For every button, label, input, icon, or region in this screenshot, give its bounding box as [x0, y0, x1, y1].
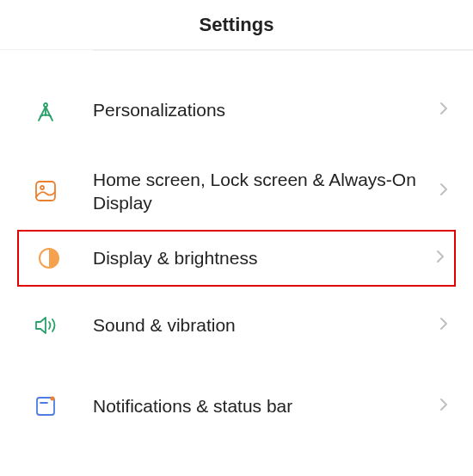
settings-item-label: Personalizations	[93, 98, 439, 121]
chevron-right-icon	[439, 396, 449, 417]
settings-header: Settings	[0, 0, 473, 50]
chevron-right-icon	[435, 248, 445, 269]
settings-item-display[interactable]: Display & brightness	[17, 230, 456, 287]
settings-item-label: Display & brightness	[93, 246, 435, 269]
svg-point-6	[51, 397, 55, 401]
settings-item-label: Sound & vibration	[93, 313, 439, 337]
chevron-right-icon	[439, 315, 449, 336]
chevron-right-icon	[439, 181, 449, 201]
compass-icon	[33, 97, 58, 123]
settings-list: Personalizations Home screen, Lock scree…	[0, 51, 473, 447]
sound-icon	[33, 312, 58, 338]
settings-item-label: Notifications & status bar	[93, 394, 439, 417]
settings-item-label: Home screen, Lock screen & Always-On Dis…	[93, 168, 439, 215]
notification-icon	[33, 393, 58, 419]
settings-item-notifications[interactable]: Notifications & status bar	[0, 366, 473, 447]
svg-point-2	[40, 186, 44, 189]
svg-rect-1	[36, 182, 55, 201]
settings-item-personalizations[interactable]: Personalizations	[0, 70, 473, 151]
settings-item-sound[interactable]: Sound & vibration	[0, 285, 473, 366]
page-title: Settings	[200, 14, 274, 36]
settings-item-homescreen[interactable]: Home screen, Lock screen & Always-On Dis…	[0, 151, 473, 232]
wallpaper-icon	[33, 178, 58, 204]
brightness-icon	[36, 245, 62, 271]
chevron-right-icon	[439, 100, 449, 121]
